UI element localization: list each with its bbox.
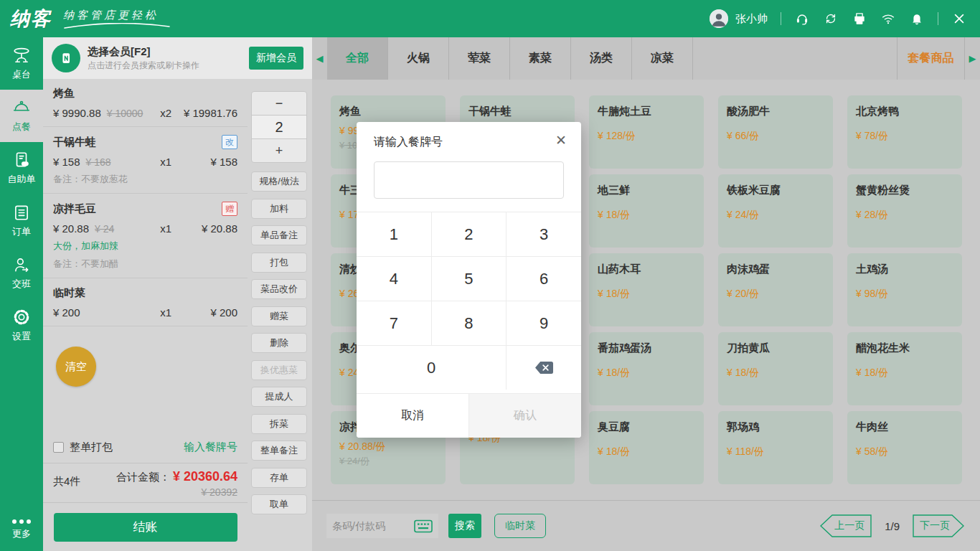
product-card[interactable]: 铁板米豆腐¥ 24/份: [718, 174, 833, 248]
category-tabbar: ◀ 全部 火锅 荤菜 素菜 汤类 凉菜 套餐商品 ▶: [312, 37, 980, 80]
sidebar-item-orders[interactable]: 订单: [0, 194, 43, 247]
tab-soup[interactable]: 汤类: [571, 37, 632, 80]
dialog-title: 请输入餐牌号: [374, 136, 443, 148]
close-icon[interactable]: [951, 11, 967, 27]
product-price: ¥ 24/份: [727, 209, 824, 222]
product-card[interactable]: 刀拍黄瓜¥ 18/份: [718, 332, 833, 405]
qty-minus-button[interactable]: −: [252, 92, 306, 115]
numpad-backspace-key[interactable]: [507, 346, 581, 390]
product-card[interactable]: 北京烤鸭¥ 78/份: [847, 95, 962, 169]
numpad-key-5[interactable]: 5: [432, 257, 507, 301]
barcode-input[interactable]: [332, 520, 414, 532]
commission-person-button[interactable]: 提成人: [251, 387, 307, 407]
order-item[interactable]: 烤鱼 ¥ 9990.88 ¥ 10000 x2 ¥ 19981.76: [43, 79, 248, 127]
item-note-button[interactable]: 单品备注: [251, 225, 307, 245]
gear-icon: [12, 308, 31, 326]
tab-cold[interactable]: 凉菜: [632, 37, 693, 80]
wifi-icon[interactable]: [880, 11, 896, 27]
sidebar-item-settings[interactable]: 设置: [0, 299, 43, 352]
enter-card-number-link[interactable]: 输入餐牌号: [184, 441, 237, 454]
tab-all[interactable]: 全部: [327, 37, 388, 80]
product-card[interactable]: 肉沫鸡蛋¥ 20/份: [718, 253, 833, 326]
sidebar-item-ordering[interactable]: 点餐: [0, 90, 43, 142]
printer-icon[interactable]: [852, 11, 867, 27]
order-item[interactable]: 临时菜 ¥ 200 x1 ¥ 200: [43, 278, 248, 326]
avatar[interactable]: [710, 9, 728, 28]
bell-icon[interactable]: [909, 11, 925, 27]
tab-vegetable[interactable]: 素菜: [510, 37, 571, 80]
tabs-scroll-right-icon[interactable]: ▶: [965, 37, 980, 80]
numpad-key-0[interactable]: 0: [357, 346, 506, 390]
product-card[interactable]: 蟹黄粉丝煲¥ 28/份: [847, 174, 962, 248]
sidebar-item-more[interactable]: 更多: [0, 508, 43, 551]
add-topping-button[interactable]: 加料: [251, 199, 307, 219]
item-original-price: ¥ 24: [95, 223, 114, 235]
numpad-key-9[interactable]: 9: [507, 301, 581, 345]
numpad-key-8[interactable]: 8: [432, 301, 507, 345]
product-name: 干锅牛蛙: [468, 105, 566, 118]
sidebar-item-shift[interactable]: 交班: [0, 247, 43, 299]
product-card[interactable]: 醋泡花生米¥ 18/份: [847, 332, 962, 405]
next-page-button[interactable]: 下一页: [913, 514, 964, 537]
tabs-scroll-left-icon[interactable]: ◀: [312, 37, 327, 80]
product-card[interactable]: 牛肉丝¥ 58/份: [847, 411, 962, 484]
next-page-label: 下一页: [913, 514, 964, 537]
qty-plus-button[interactable]: +: [252, 139, 306, 162]
item-name: 凉拌毛豆: [53, 202, 96, 216]
numpad-key-1[interactable]: 1: [357, 212, 431, 256]
product-name: 山药木耳: [598, 263, 695, 276]
product-card[interactable]: 臭豆腐¥ 18/份: [589, 411, 704, 484]
cloche-icon: [12, 98, 31, 117]
product-price: ¥ 20/份: [727, 288, 824, 301]
headset-icon[interactable]: [794, 11, 810, 27]
prev-page-button[interactable]: 上一页: [820, 514, 872, 537]
product-card[interactable]: 郭场鸡¥ 118/份: [718, 411, 833, 484]
product-card[interactable]: 酸汤肥牛¥ 66/份: [718, 95, 833, 169]
dialog-close-icon[interactable]: ✕: [555, 133, 567, 147]
dialog-cancel-button[interactable]: 取消: [357, 394, 468, 438]
clear-order-button[interactable]: 清空: [56, 347, 96, 387]
order-note-button[interactable]: 整单备注: [251, 441, 307, 461]
item-price: ¥ 9990.88: [53, 107, 101, 119]
split-dish-button[interactable]: 拆菜: [251, 414, 307, 434]
member-select-bar[interactable]: 选择会员[F2] 点击进行会员搜索或刷卡操作 新增会员: [43, 37, 312, 79]
modified-badge: 改: [222, 135, 237, 149]
product-card[interactable]: 土鸡汤¥ 98/份: [847, 253, 962, 326]
numpad-key-2[interactable]: 2: [432, 212, 507, 256]
tab-meat[interactable]: 荤菜: [449, 37, 510, 80]
sync-icon[interactable]: [823, 11, 839, 27]
numpad-key-3[interactable]: 3: [507, 212, 581, 256]
app-logo: 纳客: [10, 6, 52, 32]
numpad-key-4[interactable]: 4: [357, 257, 431, 301]
change-price-button[interactable]: 菜品改价: [251, 279, 307, 299]
sidebar-item-selfservice[interactable]: 自助单: [0, 142, 43, 194]
save-order-button[interactable]: 存单: [251, 468, 307, 488]
tab-hotpot[interactable]: 火锅: [388, 37, 449, 80]
card-number-input[interactable]: [374, 161, 564, 199]
product-card[interactable]: 番茄鸡蛋汤¥ 18/份: [589, 332, 704, 405]
pack-button[interactable]: 打包: [251, 253, 307, 273]
order-item[interactable]: 干锅牛蛙 改 ¥ 158 ¥ 168 x1 ¥ 158 备注：不要放葱花: [43, 127, 248, 194]
numpad: 1 2 3 4 5 6 7 8 9 0: [357, 212, 581, 390]
numpad-key-7[interactable]: 7: [357, 301, 431, 345]
temp-dish-button[interactable]: 临时菜: [494, 514, 546, 538]
product-card[interactable]: 牛腩炖土豆¥ 128/份: [589, 95, 704, 169]
product-card[interactable]: 山药木耳¥ 18/份: [589, 253, 704, 326]
sidebar-item-tables[interactable]: 桌台: [0, 37, 43, 90]
gift-dish-button[interactable]: 赠菜: [251, 306, 307, 326]
add-member-button[interactable]: 新增会员: [249, 47, 303, 70]
keyboard-icon[interactable]: [414, 519, 433, 533]
tab-combo-products[interactable]: 套餐商品: [897, 37, 965, 80]
product-card[interactable]: 地三鲜¥ 18/份: [589, 174, 704, 248]
numpad-key-6[interactable]: 6: [507, 257, 581, 301]
delete-button[interactable]: 删除: [251, 333, 307, 353]
spec-method-button[interactable]: 规格/做法: [251, 171, 307, 192]
slogan: 纳客管店更轻松: [63, 9, 171, 29]
order-item[interactable]: 凉拌毛豆 赠 ¥ 20.88 ¥ 24 x1 ¥ 20.88 大份，加麻加辣 备…: [43, 194, 248, 278]
retrieve-order-button[interactable]: 取单: [251, 494, 307, 514]
checkout-button[interactable]: 结账: [54, 513, 237, 542]
total-label: 合计金额：: [116, 471, 170, 484]
pack-checkbox[interactable]: [53, 442, 64, 453]
card-number-dialog: 请输入餐牌号 ✕ 1 2 3 4 5 6 7 8 9 0 取消 确认: [357, 122, 581, 438]
search-button[interactable]: 搜索: [448, 514, 481, 538]
